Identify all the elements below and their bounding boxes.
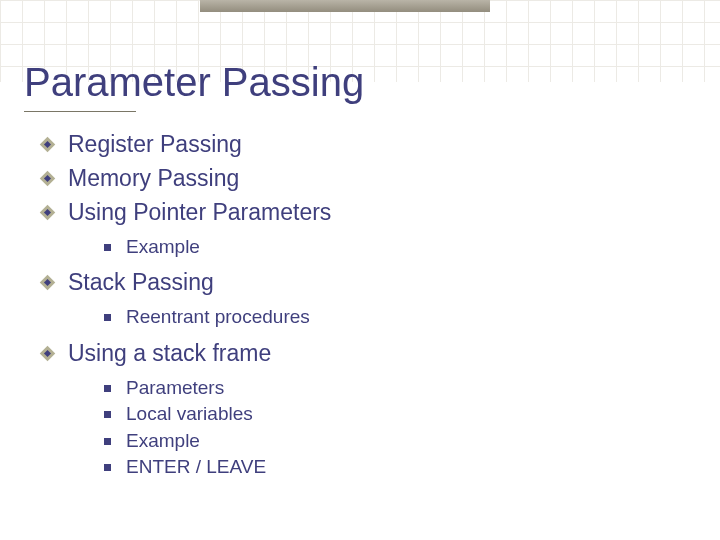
sub-bullet-item: ENTER / LEAVE	[104, 454, 696, 481]
sub-bullet-list: Reentrant procedures	[68, 304, 696, 331]
bullet-item: Memory Passing	[42, 164, 696, 194]
bullet-label: Memory Passing	[68, 165, 239, 191]
slide-content: Parameter Passing Register Passing Memor…	[0, 0, 720, 540]
sub-bullet-item: Example	[104, 234, 696, 261]
sub-bullet-label: Local variables	[126, 403, 253, 424]
sub-bullet-item: Reentrant procedures	[104, 304, 696, 331]
sub-bullet-item: Example	[104, 428, 696, 455]
sub-bullet-label: ENTER / LEAVE	[126, 456, 266, 477]
bullet-label: Stack Passing	[68, 269, 214, 295]
slide-title: Parameter Passing	[24, 60, 696, 105]
sub-bullet-item: Local variables	[104, 401, 696, 428]
sub-bullet-label: Parameters	[126, 377, 224, 398]
bullet-label: Using a stack frame	[68, 340, 271, 366]
sub-bullet-label: Reentrant procedures	[126, 306, 310, 327]
bullet-item: Using a stack frame Parameters Local var…	[42, 339, 696, 481]
bullet-item: Stack Passing Reentrant procedures	[42, 268, 696, 330]
title-underline	[24, 111, 136, 112]
bullet-list: Register Passing Memory Passing Using Po…	[24, 130, 696, 481]
bullet-item: Register Passing	[42, 130, 696, 160]
bullet-item: Using Pointer Parameters Example	[42, 198, 696, 260]
bullet-label: Using Pointer Parameters	[68, 199, 331, 225]
sub-bullet-label: Example	[126, 430, 200, 451]
bullet-label: Register Passing	[68, 131, 242, 157]
sub-bullet-list: Parameters Local variables Example ENTER…	[68, 375, 696, 481]
sub-bullet-label: Example	[126, 236, 200, 257]
sub-bullet-list: Example	[68, 234, 696, 261]
sub-bullet-item: Parameters	[104, 375, 696, 402]
